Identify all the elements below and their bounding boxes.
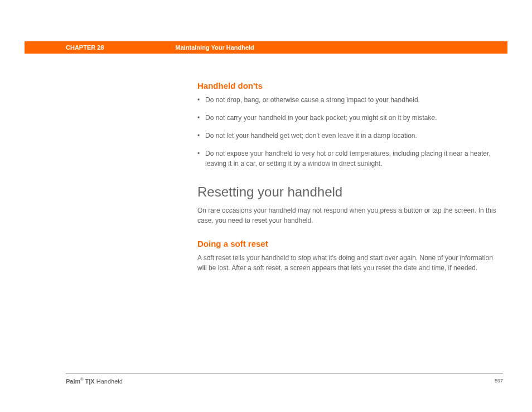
donts-item: Do not drop, bang, or otherwise cause a … — [197, 95, 503, 105]
softreset-heading: Doing a soft reset — [197, 239, 503, 248]
donts-heading: Handheld don'ts — [197, 81, 503, 90]
page-content: Handheld don'ts Do not drop, bang, or ot… — [197, 81, 503, 286]
resetting-heading: Resetting your handheld — [197, 184, 503, 200]
page-number: 597 — [495, 378, 503, 384]
header-title: Maintaining Your Handheld — [175, 44, 254, 51]
softreset-text: A soft reset tells your handheld to stop… — [197, 253, 503, 273]
footer-brand: Palm® T|X Handheld — [66, 377, 123, 385]
footer-brand-suffix: Handheld — [95, 378, 123, 385]
footer-divider — [66, 373, 503, 373]
footer: Palm® T|X Handheld 597 — [66, 377, 503, 385]
chapter-label: CHAPTER 28 — [66, 44, 104, 51]
header-bar: CHAPTER 28 Maintaining Your Handheld — [25, 41, 507, 54]
donts-item: Do not carry your handheld in your back … — [197, 113, 503, 123]
donts-item: Do not expose your handheld to very hot … — [197, 148, 503, 169]
resetting-intro: On rare occasions your handheld may not … — [197, 205, 503, 226]
footer-brand-name: Palm — [66, 378, 80, 385]
donts-list: Do not drop, bang, or otherwise cause a … — [197, 95, 503, 169]
donts-item: Do not let your handheld get wet; don't … — [197, 131, 503, 141]
footer-brand-model: T|X — [83, 378, 94, 385]
